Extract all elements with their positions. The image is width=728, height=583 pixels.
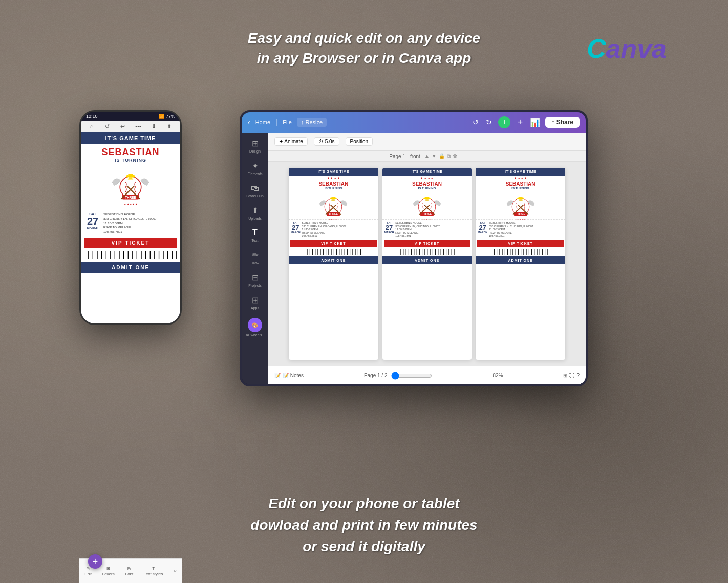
tc-header-3: IT'S GAME TIME — [476, 168, 565, 176]
design-icon: ⊞ — [252, 139, 259, 148]
more-icon: ⋯ — [460, 153, 465, 159]
canva-zoom-level: 82% — [493, 373, 503, 378]
lock-icon: 🔒 — [439, 153, 445, 159]
ticket-info-section: SAT 27 MARCH SEBESTIBN'S HOUSE 333 CHERR… — [81, 209, 180, 237]
sidebar-item-ai-wheels[interactable]: 🎨 ai_wheels_ — [244, 315, 266, 340]
ticket-baseball-section: THREE ★ ★ ★ ★ ★ — [81, 164, 180, 209]
svg-rect-12 — [331, 200, 335, 201]
canva-main-area: ✦ Animate ⏱ 5.0s Position Page 1 - front… — [268, 133, 586, 384]
canva-bottom-bar: 📝 📝 Notes Page 1 / 2 82% ⊞ ⛶ ? — [268, 366, 586, 384]
ticket-header: IT'S GAME TIME — [81, 132, 180, 144]
canva-content-area: ⊞ Design ✦ Elements 🛍 Brand Hub ⬆ Upload… — [242, 133, 586, 384]
ticket-date-num: 27 — [87, 216, 98, 226]
brand-hub-icon: 🛍 — [251, 184, 259, 193]
canva-file-nav[interactable]: File — [283, 119, 292, 125]
tc-footer-1: ADMIT ONE — [289, 256, 378, 264]
phone-layers-btn[interactable]: ⊞ Layers — [102, 566, 115, 576]
ticket-card-2: IT'S GAME TIME ★ ★ ★ ★ SEBASTIAN IS TURN… — [382, 168, 472, 360]
phone-status-icons: 📶 77% — [159, 114, 175, 119]
tc-barcode-1: ||||||||||||||||||||| — [289, 247, 378, 256]
grid-icon: ⊞ — [563, 373, 567, 378]
tc-date-1: SAT 27 MARCH — [291, 221, 301, 238]
canva-back-btn[interactable]: ‹ — [248, 118, 250, 126]
canva-subtoolbar: ✦ Animate ⏱ 5.0s Position — [268, 133, 586, 151]
phone-share-icon: ⬆ — [165, 122, 174, 131]
notes-icon: 📝 — [274, 373, 281, 378]
tc-stars-3: ★ ★ ★ ★ — [476, 176, 565, 180]
position-btn[interactable]: Position — [346, 137, 373, 146]
phone-battery: 77% — [166, 114, 175, 119]
animate-btn[interactable]: ✦ Animate — [274, 137, 308, 146]
phone-edit-btn[interactable]: ✎ Edit — [84, 566, 92, 576]
phone-resize-btn[interactable]: R — [174, 569, 177, 573]
ai-wheels-avatar: 🎨 — [248, 318, 262, 332]
baseball-graphic: THREE ★ ★ ★ ★ ★ — [110, 166, 151, 207]
sidebar-item-apps[interactable]: ⊞ Apps — [244, 292, 266, 313]
sidebar-item-projects[interactable]: ⊟ Projects — [244, 270, 266, 290]
duration-btn[interactable]: ⏱ 5.0s — [314, 137, 339, 146]
tc-baseball-3: THREE ★ ★ ★ ★ ★ — [476, 191, 565, 219]
ticket-barcode: ||||||||||||||||||||||||||| — [81, 249, 180, 262]
svg-text:★ ★ ★ ★ ★: ★ ★ ★ ★ ★ — [329, 218, 338, 220]
canva-sidebar: ⊞ Design ✦ Elements 🛍 Brand Hub ⬆ Upload… — [242, 133, 268, 384]
svg-rect-1 — [128, 174, 133, 177]
sidebar-item-uploads[interactable]: ⬆ Uploads — [244, 203, 266, 223]
tc-baseball-1: THREE ★ ★ ★ ★ ★ — [289, 191, 378, 219]
page-nav-icons: ▲ ▼ 🔒 ⧉ 🗑 ⋯ — [424, 153, 465, 159]
svg-rect-11 — [332, 199, 335, 200]
phone-download-icon: ⬇ — [149, 122, 158, 131]
canva-page-slider[interactable] — [391, 372, 432, 380]
phone-font-btn[interactable]: F/ Font — [125, 566, 133, 576]
tc-footer-3: ADMIT ONE — [476, 256, 565, 264]
page-down-icon: ▼ — [432, 153, 437, 159]
canva-user-avatar[interactable]: I — [498, 116, 510, 128]
ticket-name-section: SEBASTIAN IS TURNING — [81, 144, 180, 164]
apps-icon: ⊞ — [252, 295, 259, 305]
sidebar-item-elements[interactable]: ✦ Elements — [244, 158, 266, 179]
tc-details-2: SEBESTIBN'S HOUSE 333 CHERRY LN, CHICAGO… — [395, 221, 469, 238]
canvas-scroll-area[interactable]: IT'S GAME TIME ★ ★ ★ ★ SEBASTIAN IS TURN… — [268, 162, 586, 366]
expand-icon: ⛶ — [569, 373, 574, 378]
ticket-date-col: SAT 27 MARCH — [85, 212, 100, 234]
tc-details-3: SEBESTIBN'S HOUSE 333 CHERRY LN, CHICAGO… — [489, 221, 563, 238]
tc-stars-1: ★ ★ ★ ★ — [289, 176, 378, 180]
svg-text:★ ★ ★ ★ ★: ★ ★ ★ ★ ★ — [516, 218, 525, 220]
tc-date-3: SAT 27 MARCH — [478, 221, 487, 238]
delete-icon: 🗑 — [453, 153, 458, 159]
canva-plus-btn[interactable]: + — [518, 117, 523, 128]
sidebar-item-draw[interactable]: ✏ Draw — [244, 247, 266, 268]
svg-text:THREE: THREE — [329, 212, 338, 215]
ticket-name: SEBASTIAN — [83, 147, 178, 158]
phone-home-icon: ⌂ — [88, 122, 96, 131]
canva-redo-btn[interactable]: ↻ — [486, 118, 492, 126]
svg-rect-10 — [332, 197, 335, 199]
tc-barcode-3: ||||||||||||||||||||| — [476, 247, 565, 256]
phone-fab-button[interactable]: + — [88, 554, 102, 569]
canva-letter-c: C — [587, 34, 606, 63]
canva-view-options: ⊞ ⛶ ? — [563, 373, 580, 378]
sidebar-item-design[interactable]: ⊞ Design — [244, 136, 266, 156]
canva-home-nav[interactable]: Home — [255, 119, 270, 125]
phone-forward-icon: ↩ — [119, 122, 127, 131]
phone-textstyles-btn[interactable]: T Text styles — [144, 566, 163, 576]
tc-baseball-2: THREE ★ ★ ★ ★ ★ — [382, 191, 472, 219]
ticket-card-1: IT'S GAME TIME ★ ★ ★ ★ SEBASTIAN IS TURN… — [289, 168, 378, 360]
phone-ticket-preview: IT'S GAME TIME SEBASTIAN IS TURNING — [81, 132, 180, 323]
phone-device: 12:10 📶 77% ⌂ ↺ ↩ ••• ⬇ ⬆ IT'S GAME TIME… — [79, 110, 182, 325]
canva-undo-btn[interactable]: ↺ — [473, 118, 479, 126]
svg-rect-21 — [425, 200, 429, 201]
top-text-line2: in any Browser or in Canva app — [248, 48, 480, 68]
draw-icon: ✏ — [252, 250, 259, 260]
tc-stars-2: ★ ★ ★ ★ — [382, 176, 472, 180]
canva-share-btn[interactable]: ↑ Share — [545, 117, 580, 128]
bottom-text-line2: dowload and print in few minutes — [250, 514, 477, 536]
svg-rect-29 — [519, 199, 522, 200]
sidebar-item-text[interactable]: T Text — [244, 225, 266, 245]
tc-vip-3: VIP TICKET — [477, 240, 564, 247]
canva-resize-btn[interactable]: ↕ Resize — [297, 118, 327, 127]
sidebar-item-brand-hub[interactable]: 🛍 Brand Hub — [244, 181, 266, 201]
canva-notes-btn[interactable]: 📝 📝 Notes — [274, 373, 304, 378]
tc-info-3: SAT 27 MARCH SEBESTIBN'S HOUSE 333 CHERR… — [476, 219, 565, 240]
ticket-footer: ADMIT ONE — [81, 262, 180, 273]
ticket-card-3: IT'S GAME TIME ★ ★ ★ ★ SEBASTIAN IS TURN… — [476, 168, 565, 360]
